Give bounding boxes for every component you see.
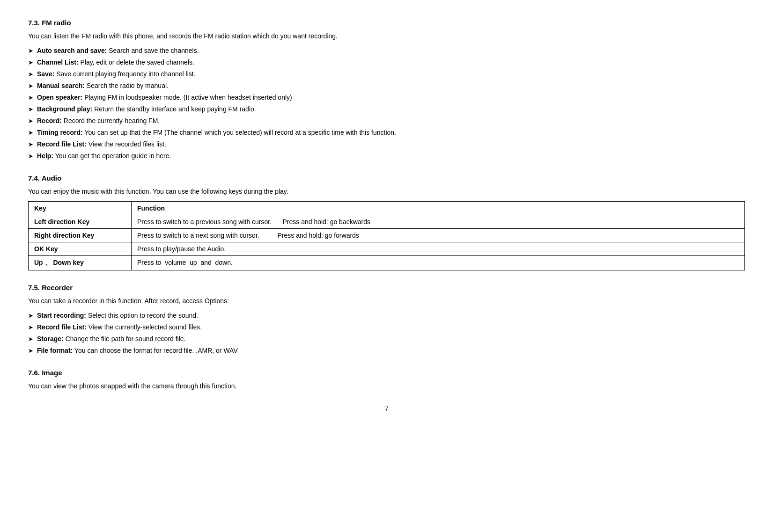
table-header-row: Key Function [29, 202, 745, 215]
list-item-text: Start recording: Select this option to r… [37, 311, 198, 321]
list-item: ➤Auto search and save: Search and save t… [28, 46, 745, 56]
bullet-arrow: ➤ [28, 93, 33, 102]
function-right-direction: Press to switch to a next song with curs… [132, 229, 745, 242]
audio-heading: 7.4. Audio [28, 174, 745, 182]
bullet-arrow: ➤ [28, 323, 33, 332]
page-number: 7 [28, 405, 745, 412]
col-function-header: Function [132, 202, 745, 215]
list-item-text: Timing record: You can set up that the F… [37, 128, 396, 138]
recorder-heading: 7.5. Recorder [28, 284, 745, 292]
list-item-text: Auto search and save: Search and save th… [37, 46, 199, 56]
list-item-text: Save: Save current playing frequency int… [37, 69, 196, 79]
list-item-text: Background play: Return the standby inte… [37, 104, 256, 114]
table-row: Right direction Key Press to switch to a… [29, 229, 745, 242]
key-ok: OK Key [29, 242, 132, 256]
bullet-arrow: ➤ [28, 140, 33, 149]
col-key-header: Key [29, 202, 132, 215]
list-item: ➤Background play: Return the standby int… [28, 104, 745, 114]
audio-table: Key Function Left direction Key Press to… [28, 201, 745, 270]
recorder-section: 7.5. Recorder You can take a recorder in… [28, 284, 745, 356]
image-section: 7.6. Image You can view the photos snapp… [28, 369, 745, 391]
bullet-arrow: ➤ [28, 346, 33, 356]
bullet-arrow: ➤ [28, 128, 33, 138]
function-ok: Press to play/pause the Audio. [132, 242, 745, 256]
list-item-text: Manual search: Search the radio by manua… [37, 81, 169, 91]
list-item: ➤Record file List: View the recorded fil… [28, 139, 745, 149]
audio-section: 7.4. Audio You can enjoy the music with … [28, 174, 745, 270]
image-heading: 7.6. Image [28, 369, 745, 377]
bullet-arrow: ➤ [28, 117, 33, 126]
recorder-intro: You can take a recorder in this function… [28, 296, 745, 306]
list-item: ➤Help: You can get the operation guide i… [28, 151, 745, 161]
bullet-arrow: ➤ [28, 81, 33, 91]
table-row: OK Key Press to play/pause the Audio. [29, 242, 745, 256]
list-item-text: Channel List: Play, edit or delete the s… [37, 58, 194, 67]
list-item-text: File format: You can choose the format f… [37, 346, 238, 356]
list-item-text: Record file List: View the currently-sel… [37, 322, 202, 332]
bullet-arrow: ➤ [28, 58, 33, 67]
list-item-text: Help: You can get the operation guide in… [37, 151, 171, 161]
fm-radio-list: ➤Auto search and save: Search and save t… [28, 46, 745, 161]
list-item-text: Storage: Change the file path for sound … [37, 334, 186, 344]
table-row: Up 、 Down key Press to volume up and dow… [29, 256, 745, 270]
list-item: ➤Record: Record the currently-hearing FM… [28, 116, 745, 126]
fm-radio-section: 7.3. FM radio You can listen the FM radi… [28, 19, 745, 161]
list-item-text: Record: Record the currently-hearing FM. [37, 116, 160, 126]
list-item: ➤Record file List: View the currently-se… [28, 322, 745, 332]
fm-radio-heading: 7.3. FM radio [28, 19, 745, 27]
bullet-arrow: ➤ [28, 46, 33, 56]
table-row: Left direction Key Press to switch to a … [29, 215, 745, 229]
list-item-text: Open speaker: Playing FM in loudspeaker … [37, 93, 292, 102]
bullet-arrow: ➤ [28, 335, 33, 344]
list-item: ➤Timing record: You can set up that the … [28, 128, 745, 138]
list-item-text: Record file List: View the recorded file… [37, 139, 166, 149]
bullet-arrow: ➤ [28, 70, 33, 79]
audio-intro: You can enjoy the music with this functi… [28, 187, 745, 197]
list-item: ➤Manual search: Search the radio by manu… [28, 81, 745, 91]
list-item: ➤Save: Save current playing frequency in… [28, 69, 745, 79]
bullet-arrow: ➤ [28, 311, 33, 321]
list-item: ➤File format: You can choose the format … [28, 346, 745, 356]
list-item: ➤Start recording: Select this option to … [28, 311, 745, 321]
key-right-direction: Right direction Key [29, 229, 132, 242]
list-item: ➤Open speaker: Playing FM in loudspeaker… [28, 93, 745, 102]
list-item: ➤Channel List: Play, edit or delete the … [28, 58, 745, 67]
function-up-down: Press to volume up and down. [132, 256, 745, 270]
function-left-direction: Press to switch to a previous song with … [132, 215, 745, 229]
list-item: ➤Storage: Change the file path for sound… [28, 334, 745, 344]
fm-radio-intro: You can listen the FM radio with this ph… [28, 31, 745, 41]
image-intro: You can view the photos snapped with the… [28, 381, 745, 391]
bullet-arrow: ➤ [28, 152, 33, 161]
recorder-list: ➤Start recording: Select this option to … [28, 311, 745, 356]
bullet-arrow: ➤ [28, 105, 33, 114]
key-up-down: Up 、 Down key [29, 256, 132, 270]
key-left-direction: Left direction Key [29, 215, 132, 229]
